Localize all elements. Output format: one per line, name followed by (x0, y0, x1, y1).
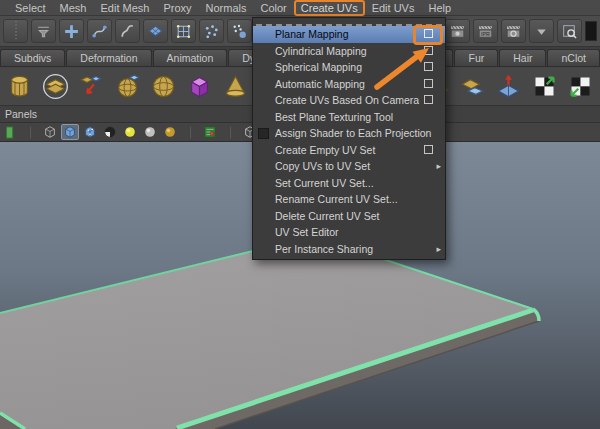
copy-uvs-icon[interactable] (76, 71, 107, 102)
circuit-icon[interactable] (201, 124, 219, 140)
option-box-icon[interactable] (424, 145, 433, 154)
maya-window: SelectMeshEdit MeshProxyNormalsColorCrea… (0, 0, 600, 429)
shelf-tab[interactable]: Animation (153, 49, 228, 66)
ep-curve-icon[interactable] (87, 19, 112, 43)
light-yellow-icon[interactable] (121, 124, 139, 140)
funnel-icon[interactable] (31, 19, 56, 43)
menubar-item[interactable]: Color (253, 1, 293, 15)
menu-item-label: Create UVs Based On Camera (275, 94, 419, 106)
menubar-item[interactable]: Edit UVs (365, 1, 422, 15)
option-box-icon[interactable] (424, 46, 433, 55)
move-tool-icon[interactable] (59, 19, 84, 43)
menu-item[interactable]: Best Plane Texturing Tool ▸ (253, 109, 445, 126)
light-gray-icon[interactable] (141, 124, 159, 140)
checker-ball-icon[interactable] (101, 124, 119, 140)
menu-item[interactable]: Create Empty UV Set ▸ (253, 142, 445, 159)
menu-item-label: Copy UVs to UV Set (275, 160, 370, 172)
menu-item[interactable]: Spherical Mapping ▸ (253, 59, 445, 76)
shelf-tab[interactable]: Subdivs (0, 49, 65, 66)
sphere-uv-icon[interactable] (148, 71, 179, 102)
green-sliver-icon[interactable] (1, 124, 19, 140)
separator-icon[interactable] (21, 124, 39, 140)
menu-item-label: Set Current UV Set... (275, 177, 374, 189)
menu-item[interactable]: Assign Shader to Each Projection ▸ (253, 125, 445, 142)
submenu-arrow-icon: ▸ (436, 160, 441, 172)
cylindrical-mapping-icon[interactable] (4, 71, 35, 102)
shaded-cube-icon[interactable] (61, 124, 79, 140)
menubar-item[interactable]: Proxy (156, 1, 198, 15)
textured-cube-icon[interactable] (81, 124, 99, 140)
cone-uv-icon[interactable] (220, 71, 251, 102)
panel-handle-icon[interactable] (3, 19, 28, 43)
tutorial-optionbox-highlight (413, 25, 443, 45)
menubar-item[interactable]: Select (8, 1, 53, 15)
menu-item[interactable]: Per Instance Sharing ▸ (253, 241, 445, 258)
menu-item[interactable]: Rename Current UV Set... ▸ (253, 191, 445, 208)
menu-item-label: UV Set Editor (275, 226, 339, 238)
menu-item-label: Cylindrical Mapping (275, 45, 367, 57)
shelf-tab[interactable]: nClot (547, 49, 600, 66)
camera-projection-icon[interactable] (493, 71, 524, 102)
option-box-icon[interactable] (424, 95, 433, 104)
menu-item[interactable]: Delete Current UV Set ▸ (253, 208, 445, 225)
separator-icon[interactable] (181, 124, 199, 140)
checkbox-icon[interactable] (258, 128, 269, 139)
menu-item-label: Delete Current UV Set (275, 210, 379, 222)
menubar: SelectMeshEdit MeshProxyNormalsColorCrea… (0, 0, 600, 16)
menubar-item[interactable]: Help (421, 1, 458, 15)
wireframe-cube-icon[interactable] (41, 124, 59, 140)
menu-item-label: Create Empty UV Set (275, 144, 375, 156)
menubar-item[interactable]: Mesh (53, 1, 94, 15)
menubar-item[interactable]: Create UVs (294, 0, 365, 16)
menu-item[interactable]: Set Current UV Set... ▸ (253, 175, 445, 192)
ipr-render-icon[interactable]: IPR (473, 19, 498, 43)
menu-item-label: Spherical Mapping (275, 61, 362, 73)
dropdown-arrow-icon[interactable] (529, 19, 554, 43)
shelf-tab[interactable]: Fur (454, 49, 498, 66)
lattice-icon[interactable] (171, 19, 196, 43)
magnify-select-icon[interactable] (557, 19, 582, 43)
separator-icon[interactable] (221, 124, 239, 140)
plane-uv-icon[interactable] (457, 71, 488, 102)
poly-plane-icon[interactable] (143, 19, 168, 43)
uv-editor-icon[interactable] (565, 71, 596, 102)
menu-item[interactable]: Copy UVs to UV Set ▸ (253, 158, 445, 175)
pencil-curve-icon[interactable] (115, 19, 140, 43)
menu-item[interactable]: Create UVs Based On Camera ▸ (253, 92, 445, 109)
menubar-item[interactable]: Edit Mesh (93, 1, 156, 15)
menu-item[interactable]: UV Set Editor ▸ (253, 224, 445, 241)
svg-text:IPR: IPR (481, 31, 490, 37)
option-box-icon[interactable] (424, 62, 433, 71)
create-uvs-menu: Planar Mapping ▸ Cylindrical Mapping ▸ S… (252, 17, 446, 260)
menu-item-label: Best Plane Texturing Tool (275, 111, 393, 123)
submenu-arrow-icon: ▸ (436, 243, 441, 255)
uv-snapshot-icon[interactable] (529, 71, 560, 102)
planar-mapping-icon[interactable] (40, 71, 71, 102)
toolbar-field[interactable] (585, 21, 597, 41)
render-settings-icon[interactable] (501, 19, 526, 43)
menu-item-label: Planar Mapping (275, 28, 349, 40)
menu-item-label: Automatic Mapping (275, 78, 365, 90)
shelf-tab[interactable]: Hair (499, 49, 546, 66)
menu-item-label: Assign Shader to Each Projection (275, 127, 431, 139)
render-current-icon[interactable] (445, 19, 470, 43)
particles-icon[interactable] (199, 19, 224, 43)
menubar-item[interactable]: Normals (199, 1, 254, 15)
light-gold-icon[interactable] (161, 124, 179, 140)
menu-item-label: Per Instance Sharing (275, 243, 373, 255)
option-box-icon[interactable] (424, 79, 433, 88)
spherical-mapping-icon[interactable] (112, 71, 143, 102)
panels-menu[interactable]: Panels (5, 108, 37, 120)
menu-item[interactable]: Automatic Mapping ▸ (253, 76, 445, 93)
automatic-mapping-icon[interactable] (184, 71, 215, 102)
emitter-icon[interactable] (227, 19, 252, 43)
menu-item-label: Rename Current UV Set... (275, 193, 398, 205)
shelf-tab[interactable]: Deformation (66, 49, 151, 66)
